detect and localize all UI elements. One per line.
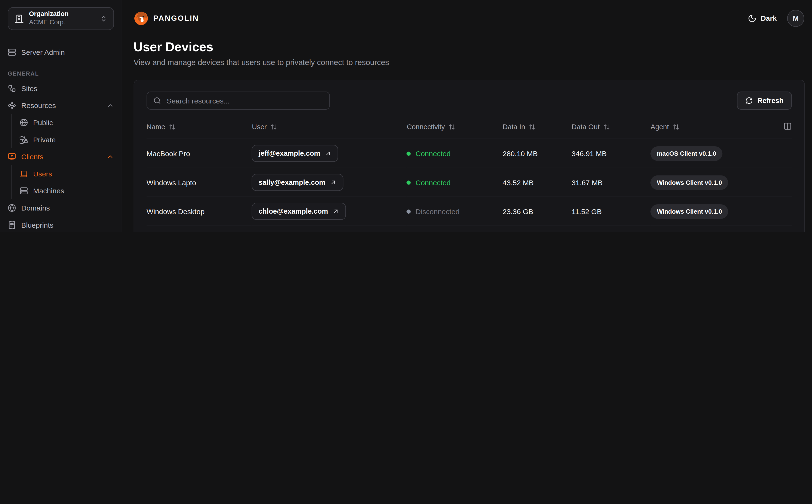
devices-card: Refresh Name User Connectivity Data In D…: [134, 80, 805, 232]
building-icon: [15, 14, 24, 23]
sort-icon: [169, 124, 175, 130]
user-email: sally@example.com: [259, 179, 325, 186]
avatar[interactable]: M: [787, 10, 804, 27]
sidebar-item-domains[interactable]: Domains: [8, 199, 114, 216]
column-header-toggle: [773, 117, 792, 139]
connectivity-status: Disconnected: [407, 207, 459, 216]
user-email: chloe@example.com: [259, 207, 328, 215]
sidebar-item-sites[interactable]: Sites: [8, 80, 114, 97]
org-label: Organization: [29, 10, 95, 19]
theme-label: Dark: [761, 14, 777, 22]
sidebar-item-label: Users: [33, 170, 52, 178]
table-header-row: Name User Connectivity Data In Data Out …: [146, 117, 792, 139]
column-header-agent[interactable]: Agent: [651, 117, 773, 139]
device-name: MacBook Pro: [146, 139, 252, 168]
agent-badge: macOS Client v0.1.0: [651, 146, 723, 161]
monitor-up-icon: [8, 152, 16, 161]
clients-sub-list: Users Machines: [11, 165, 114, 199]
app-window: Organization ACME Corp. Server Admin GEN…: [0, 0, 812, 232]
globe-icon: [8, 204, 16, 212]
sidebar-item-server-admin[interactable]: Server Admin: [8, 43, 114, 61]
sidebar-item-label: Private: [33, 135, 56, 144]
agent-badge: Windows Client v0.1.0: [651, 204, 728, 219]
user-email: jeff@example.com: [259, 149, 320, 157]
user-link-button[interactable]: chloe@example.com: [252, 203, 346, 220]
main-content: PANGOLIN Dark M User Devices View and ma…: [122, 0, 812, 232]
data-in-value: 181.13 MB: [503, 226, 572, 232]
sidebar-item-private[interactable]: Private: [20, 131, 114, 148]
status-dot: [407, 180, 411, 185]
connectivity-status: Connected: [407, 179, 451, 187]
search-box: [146, 92, 330, 110]
status-dot: [407, 210, 411, 214]
search-input[interactable]: [166, 96, 323, 105]
user-link-button[interactable]: sally@example.com: [252, 174, 343, 191]
connectivity-status: Connected: [407, 149, 451, 158]
device-name: Windows Lapto: [146, 168, 252, 197]
viewport: Organization ACME Corp. Server Admin GEN…: [0, 0, 812, 232]
column-header-name[interactable]: Name: [146, 117, 252, 139]
data-out-value: 346.91 MB: [572, 139, 651, 168]
globe-lock-icon: [20, 135, 28, 144]
sidebar: Organization ACME Corp. Server Admin GEN…: [0, 0, 122, 232]
sidebar-item-label: Blueprints: [21, 221, 53, 229]
globe-icon: [20, 118, 28, 127]
server-icon: [20, 186, 28, 195]
table-row: MacBook Pro jeff@example.com Connected 2…: [146, 139, 792, 168]
sidebar-item-label: Domains: [21, 204, 50, 212]
data-out-value: 11.52 GB: [572, 197, 651, 226]
receipt-icon: [8, 221, 16, 229]
chevrons-up-down-icon: [100, 15, 107, 22]
sort-icon: [603, 124, 610, 130]
sidebar-item-client-users[interactable]: Users: [20, 165, 114, 182]
data-in-value: 43.52 MB: [503, 168, 572, 197]
column-header-user[interactable]: User: [252, 117, 407, 139]
sidebar-item-label: Clients: [21, 152, 43, 161]
arrow-up-right-icon: [325, 150, 332, 157]
column-header-data-out[interactable]: Data Out: [572, 117, 651, 139]
sort-icon: [448, 124, 455, 130]
moon-icon: [748, 14, 757, 22]
sidebar-item-blueprints[interactable]: Blueprints: [8, 216, 114, 232]
chevron-up-icon: [107, 153, 114, 160]
arrow-up-right-icon: [333, 208, 339, 215]
org-selector[interactable]: Organization ACME Corp.: [8, 7, 114, 30]
user-link-button[interactable]: jeff@example.com: [252, 145, 338, 162]
sidebar-item-public[interactable]: Public: [20, 114, 114, 131]
sidebar-item-label: Server Admin: [21, 48, 65, 56]
data-out-value: 124.41 MB: [572, 226, 651, 232]
brand-name: PANGOLIN: [153, 14, 199, 22]
table-row: Windows Desktop chloe@example.com Discon…: [146, 197, 792, 226]
table-row: Windows Lapto sally@example.com Connecte…: [146, 168, 792, 197]
brand-logo[interactable]: PANGOLIN: [134, 10, 199, 26]
avatar-initial: M: [793, 14, 798, 22]
page-subtitle: View and manage devices that users use t…: [134, 58, 804, 67]
sidebar-item-label: Resources: [21, 101, 56, 109]
sidebar-item-label: Public: [33, 118, 53, 127]
data-in-value: 23.36 GB: [503, 197, 572, 226]
columns-icon[interactable]: [784, 122, 792, 130]
refresh-button[interactable]: Refresh: [737, 92, 792, 110]
data-in-value: 280.10 MB: [503, 139, 572, 168]
agent-badge: Windows Client v0.1.0: [651, 175, 728, 190]
column-header-data-in[interactable]: Data In: [503, 117, 572, 139]
sidebar-item-machines[interactable]: Machines: [20, 182, 114, 199]
org-value: ACME Corp.: [29, 19, 95, 27]
status-dot: [407, 152, 411, 156]
device-name: Windows Desktop: [146, 197, 252, 226]
sidebar-item-label: Machines: [33, 186, 64, 195]
sort-icon: [673, 124, 679, 130]
page-title: User Devices: [134, 40, 804, 54]
page-header: User Devices View and manage devices tha…: [134, 40, 804, 67]
sidebar-item-resources[interactable]: Resources: [8, 97, 114, 114]
device-name: iPhone: [146, 226, 252, 232]
sites-icon: [8, 84, 16, 93]
column-header-connectivity[interactable]: Connectivity: [407, 117, 503, 139]
sidebar-item-clients[interactable]: Clients: [8, 148, 114, 165]
refresh-label: Refresh: [758, 97, 784, 105]
user-link-button[interactable]: david@example.com: [252, 232, 346, 232]
sort-icon: [270, 124, 277, 130]
section-label-general: GENERAL: [8, 70, 114, 77]
theme-toggle[interactable]: Dark: [748, 14, 777, 22]
server-icon: [8, 48, 16, 56]
